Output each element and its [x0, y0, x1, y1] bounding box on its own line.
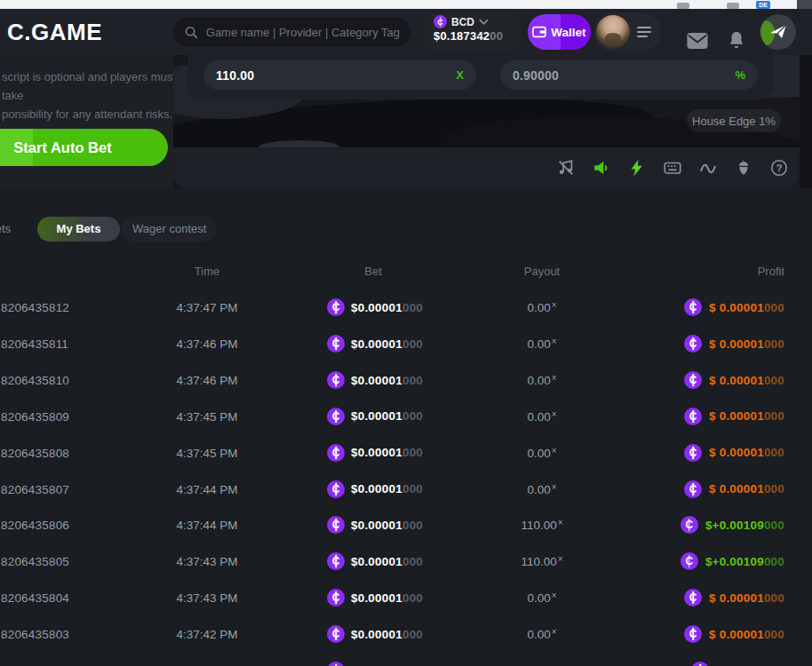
- bet-profit: $ 0.00001000: [684, 444, 784, 462]
- wallet-balance: $0.18734200: [434, 29, 521, 43]
- coin-icon: [327, 625, 345, 643]
- turbo-icon[interactable]: [627, 158, 647, 178]
- bet-payout: 0.00×: [493, 627, 591, 641]
- browser-corner: [797, 0, 812, 9]
- bet-profit: $ 0.00001000: [684, 298, 784, 316]
- browser-toolbar-strip: DE: [0, 0, 812, 9]
- help-icon[interactable]: ?: [769, 158, 789, 178]
- bet-payout: 110.00×: [493, 518, 591, 532]
- top-navigation-bar: C.GAME Game name | Provider | Category T…: [0, 9, 812, 55]
- bet-time: 4:37:47 PM: [158, 301, 256, 314]
- bet-table-row[interactable]: 8206435808 4:37:45 PM $0.00001000 0.00× …: [0, 434, 812, 471]
- bet-amount: $0.00001000: [327, 444, 423, 462]
- coin-icon: [327, 408, 345, 425]
- page-gutter: [800, 55, 812, 188]
- bet-payout: 0.00×: [493, 446, 591, 460]
- profile-menu[interactable]: [593, 12, 661, 52]
- hotkeys-icon[interactable]: [663, 158, 682, 178]
- browser-extension-icon[interactable]: [727, 3, 739, 9]
- bet-time: 4:37:43 PM: [158, 555, 256, 568]
- bet-id: 8206435804: [1, 591, 69, 605]
- bet-table-row[interactable]: 8206435812 4:37:47 PM $0.00001000 0.00× …: [0, 289, 812, 326]
- live-stats-icon[interactable]: [698, 158, 718, 178]
- coin-icon: [327, 589, 345, 607]
- coin-icon: [684, 589, 702, 607]
- chat-button[interactable]: [760, 14, 796, 50]
- bet-time: 4:37:42 PM: [158, 628, 256, 641]
- start-auto-bet-button[interactable]: Start Auto Bet: [0, 129, 168, 166]
- coin-icon: [684, 371, 702, 389]
- bet-payout: 0.00×: [493, 482, 591, 496]
- bet-profit: $ 0.00001000: [684, 589, 784, 607]
- column-header-payout: Payout: [493, 265, 591, 278]
- bet-table-row[interactable]: 8206435807 4:37:44 PM $0.00001000 0.00× …: [0, 471, 812, 507]
- bet-profit: $ 0.00001000: [684, 371, 784, 389]
- house-edge-badge: House Edge 1%: [687, 109, 781, 132]
- coin-icon: [327, 662, 345, 666]
- wallet-button[interactable]: Wallet: [528, 14, 591, 50]
- bet-amount: $0.00001000: [327, 589, 423, 607]
- browser-extension-icon[interactable]: [677, 3, 689, 9]
- bc-game-page: DE C.GAME Game name | Provider | Categor…: [0, 0, 812, 666]
- bet-amount: $0.00001000: [327, 408, 423, 425]
- messages-icon[interactable]: [686, 32, 709, 50]
- tab-my-bets[interactable]: My Bets: [37, 217, 120, 242]
- bet-time: 4:37:44 PM: [158, 482, 256, 496]
- bet-table-row[interactable]: 8206435803 4:37:42 PM $0.00001000 0.00× …: [0, 616, 812, 653]
- notifications-icon[interactable]: [727, 30, 746, 52]
- menu-icon: [637, 26, 651, 38]
- coin-icon: [684, 408, 702, 425]
- column-header-bet: Bet: [327, 265, 419, 278]
- tab-wager-contest[interactable]: Wager contest: [122, 217, 217, 242]
- win-chance-input[interactable]: 0.90000 %: [500, 60, 758, 90]
- tab-all-bets[interactable]: All Bets: [0, 217, 34, 242]
- bet-id: 8206435810: [1, 374, 69, 387]
- bet-id: 8206435811: [1, 337, 68, 351]
- bet-id: 8206435805: [1, 555, 69, 568]
- coin-icon: [327, 335, 345, 353]
- coin-icon: [681, 516, 698, 534]
- bet-amount: $0.00001000: [327, 335, 423, 353]
- site-logo[interactable]: C.GAME: [7, 9, 102, 55]
- bet-table-row[interactable]: 8206435810 4:37:46 PM $0.00001000 0.00× …: [0, 362, 812, 399]
- bet-table-row[interactable]: 8206435811 4:37:46 PM $0.00001000 0.00× …: [0, 326, 812, 362]
- bet-id: 8206435803: [1, 628, 69, 641]
- bet-table-row[interactable]: 8206435806 4:37:44 PM $0.00001000 110.00…: [0, 507, 812, 543]
- currency-selector[interactable]: BCD $0.18734200: [425, 12, 521, 52]
- bet-profit: $ 0.00001000: [684, 625, 784, 643]
- coin-icon: [691, 662, 709, 666]
- coin-icon: [327, 552, 345, 570]
- bet-payout: 0.00×: [493, 591, 591, 605]
- bet-time: 4:37:45 PM: [158, 409, 256, 423]
- bet-time: 4:37:43 PM: [158, 591, 256, 605]
- bet-table-row[interactable]: 8206435805 4:37:43 PM $0.00001000 110.00…: [0, 543, 812, 580]
- percent-icon: %: [735, 68, 745, 82]
- search-icon: [184, 25, 199, 40]
- bet-table-row[interactable]: 8206435809 4:37:45 PM $0.00001000 0.00× …: [0, 399, 812, 435]
- coin-icon: [327, 480, 345, 498]
- avatar: [596, 15, 630, 49]
- bet-amount: $0.00001000: [327, 625, 423, 643]
- seed-icon[interactable]: [734, 158, 753, 178]
- search-bar[interactable]: Game name | Provider | Category Tag: [173, 18, 410, 47]
- bet-id: 8206435812: [1, 301, 69, 314]
- coin-icon: [327, 444, 345, 462]
- bet-table-row[interactable]: 8206435804 4:37:43 PM $0.00001000 0.00× …: [0, 580, 812, 616]
- partial-next-row: [0, 662, 812, 666]
- coin-icon: [327, 298, 345, 316]
- sound-on-icon[interactable]: [592, 158, 611, 178]
- bet-time: 4:37:45 PM: [158, 446, 256, 459]
- coin-icon: [684, 298, 702, 316]
- chat-icon: [768, 21, 789, 43]
- game-area: 110.00 X 0.90000 % House Edge 1%: [173, 55, 800, 188]
- payout-input[interactable]: 110.00 X: [203, 60, 476, 90]
- translate-extension-icon[interactable]: DE: [756, 1, 770, 9]
- bet-id: 8206435808: [1, 446, 69, 459]
- bet-payout: 0.00×: [493, 337, 591, 351]
- music-off-icon[interactable]: [556, 158, 576, 178]
- bet-controls-sidebar: script is optional and players must take…: [0, 55, 173, 188]
- bet-payout: 110.00×: [493, 554, 591, 568]
- bet-amount: $0.00001000: [327, 516, 423, 534]
- search-placeholder: Game name | Provider | Category Tag: [206, 26, 400, 39]
- coin-icon: [327, 516, 345, 534]
